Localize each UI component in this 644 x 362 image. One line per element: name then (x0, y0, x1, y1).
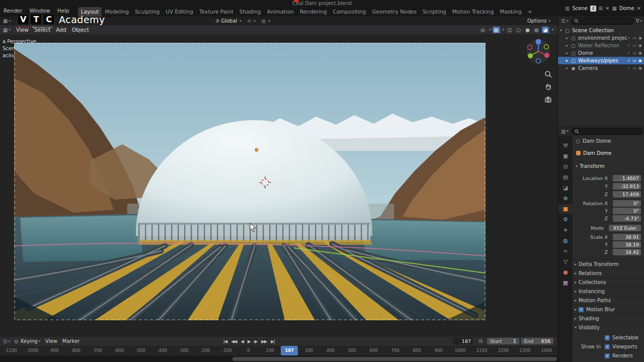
rotation-x-field[interactable]: 0° (613, 200, 641, 207)
orientation-label[interactable]: Global (221, 18, 237, 24)
move-view-hand-icon[interactable] (544, 82, 552, 90)
disable-viewport-icon[interactable]: ▭ (632, 66, 636, 70)
section-relations[interactable]: ▸Relations (573, 268, 644, 278)
outliner-label[interactable]: Scene Collection (572, 28, 614, 33)
disclosure-icon[interactable]: ▸ (564, 66, 570, 70)
exclude-checkbox[interactable]: ✓ (627, 58, 631, 63)
view-layer-name[interactable]: Dome (619, 6, 634, 11)
options-button[interactable]: Options (527, 18, 547, 24)
disable-render-icon[interactable]: ◉ (638, 66, 642, 70)
outliner-label[interactable]: Walkways/pipes (578, 58, 618, 63)
prev-keyframe-button[interactable]: ◀◀ (231, 339, 236, 344)
section-instancing[interactable]: ▸Instancing (573, 287, 644, 296)
filter-funnel-icon[interactable]: ∇ (636, 18, 639, 24)
camera-view-icon[interactable] (544, 96, 552, 104)
outliner-label[interactable]: Water Reflection (578, 43, 620, 48)
section-motion-paths[interactable]: ▸Motion Paths (573, 296, 644, 305)
tab-texture-paint[interactable]: Texture Paint (196, 7, 236, 17)
remove-view-layer-icon[interactable]: ✕ (637, 6, 641, 11)
disable-viewport-icon[interactable]: ▭ (632, 36, 636, 40)
proportional-editing-icon[interactable]: ◎ (262, 18, 266, 24)
properties-tab-physics[interactable]: ◍ (558, 236, 573, 245)
exclude-checkbox[interactable]: ✓ (627, 36, 631, 40)
selectable-checkbox[interactable]: ✓ (605, 335, 610, 340)
properties-tab-view-layer[interactable]: ▤ (558, 172, 573, 182)
disclosure-open-icon[interactable]: ▾ (574, 164, 580, 168)
properties-search-input[interactable] (572, 128, 642, 135)
show-in-renders-checkbox[interactable]: ✓ (605, 353, 610, 358)
object-name[interactable]: Dam Dome (583, 150, 611, 156)
auto-keyframe-icon[interactable]: ◎ (478, 338, 483, 343)
properties-tab-material[interactable]: ● (558, 267, 573, 277)
disable-render-icon[interactable]: ◉ (638, 51, 642, 55)
tab-masking[interactable]: Masking (497, 7, 524, 17)
frame-end-field[interactable]: End 656 (521, 338, 553, 344)
outliner-row-dome[interactable]: ▸ ▢ Dome ✓▭◉ (558, 49, 644, 57)
outliner-row-walkways-pipes[interactable]: ▸ ▢ Walkways/pipes ✓▭◉ (558, 57, 644, 64)
menu-window[interactable]: Window (29, 8, 50, 14)
play-button[interactable]: ▶ (248, 339, 251, 344)
tab-sculpting[interactable]: Sculpting (132, 7, 163, 17)
disclosure-icon[interactable]: ▸ (564, 43, 570, 48)
orientation-globe-icon[interactable]: ⊕ (215, 18, 219, 24)
tab-shading[interactable]: Shading (236, 7, 264, 17)
rotation-mode-select[interactable]: XYZ Euler (609, 225, 641, 231)
new-scene-icon[interactable]: ⊞ (599, 6, 603, 11)
disable-render-icon[interactable]: ◉ (638, 36, 642, 40)
section-motion-blur[interactable]: ▸✓Motion Blur (573, 305, 644, 314)
outliner-row-environment-projection[interactable]: ▸ ▢ environment projection ✓▭◉ (558, 34, 644, 42)
properties-tab-particles[interactable]: ∗ (558, 225, 573, 235)
properties-tab-render[interactable]: ▣ (558, 151, 573, 161)
disable-render-icon[interactable]: ◉ (638, 43, 642, 48)
keying-menu[interactable]: Keying (21, 338, 38, 344)
menu-render[interactable]: Render (4, 8, 22, 14)
tab-geometry-nodes[interactable]: Geometry Nodes (369, 7, 420, 17)
navigation-gizmo[interactable] (525, 38, 551, 64)
tab-compositing[interactable]: Compositing (330, 7, 369, 17)
next-frame-button[interactable]: ▶ (255, 339, 258, 344)
outliner-label[interactable]: Camera (578, 65, 598, 71)
properties-editor-icon[interactable]: ▥ (561, 129, 566, 134)
properties-tab-object[interactable]: ■ (558, 204, 573, 214)
scale-y-field[interactable]: 38.19 (613, 241, 641, 248)
unlink-scene-icon[interactable]: ✕ (605, 6, 609, 11)
tab-uv-editing[interactable]: UV Editing (163, 7, 196, 17)
timeline-editor-icon[interactable]: ◷ (3, 338, 8, 344)
shading-wireframe-icon[interactable]: ○ (515, 27, 523, 33)
section-shading[interactable]: ▸Shading (573, 314, 644, 323)
properties-tab-tool[interactable]: ⚒ (558, 141, 573, 150)
outliner-row-camera[interactable]: ▸ ◉ Camera ✓▭◉ (558, 64, 644, 72)
transform-section-title[interactable]: Transform (580, 163, 605, 169)
disclosure-icon[interactable]: ▸ (564, 51, 570, 55)
outliner-search-input[interactable] (571, 18, 633, 25)
rotation-z-field[interactable]: -4.73° (613, 215, 641, 222)
xray-toggle-icon[interactable]: ◫ (506, 27, 513, 33)
view-layer-icon[interactable]: ▦ (612, 6, 616, 11)
exclude-checkbox[interactable]: ✓ (627, 66, 631, 70)
location-z-field[interactable]: 17.409 (613, 191, 641, 198)
outliner-row-scene-collection[interactable]: ▾ ▢ Scene Collection (558, 27, 644, 34)
tab-scripting[interactable]: Scripting (420, 7, 449, 17)
tab-rendering[interactable]: Rendering (297, 7, 330, 17)
snapping-magnet-icon[interactable]: ∩ (248, 18, 251, 24)
exclude-checkbox[interactable]: ✓ (627, 43, 631, 48)
scale-x-field[interactable]: 38.91 (613, 234, 641, 240)
disclosure-icon[interactable]: ▸ (564, 36, 570, 40)
scale-z-field[interactable]: 34.42 (613, 249, 641, 255)
prev-frame-button[interactable]: ◀ (240, 339, 244, 344)
gizmo-toggle-icon[interactable]: ◎ (479, 27, 487, 33)
camera-view[interactable] (14, 43, 486, 320)
properties-tab-modifiers[interactable]: ⚙ (558, 215, 573, 224)
viewport[interactable]: ▦ ▾ View Select Add Object ◎ ▾ ◍ ▾ ◫ ○ ●… (0, 25, 557, 336)
overlays-toggle-icon[interactable]: ◍ (493, 27, 500, 33)
properties-tab-world[interactable]: ⊕ (558, 194, 573, 203)
outliner-label[interactable]: environment projection (578, 35, 627, 41)
shading-rendered-icon[interactable]: ◕ (542, 27, 549, 33)
properties-tab-scene[interactable]: ◪ (558, 183, 573, 193)
rotation-y-field[interactable]: 0° (613, 208, 641, 214)
section-delta-transform[interactable]: ▸Delta Transform (573, 259, 644, 268)
section-visibility[interactable]: ▾Visibility (573, 323, 644, 332)
outliner-editor-icon[interactable]: ☰ (561, 18, 566, 24)
menu-help[interactable]: Help (57, 8, 69, 14)
show-in-viewports-checkbox[interactable]: ✓ (605, 344, 610, 349)
